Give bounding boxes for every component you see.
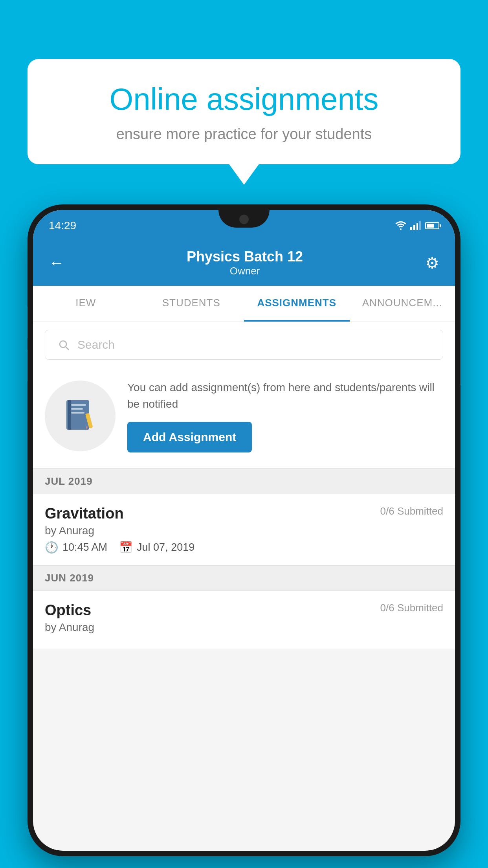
assignment-date: 📅 Jul 07, 2019 [119, 541, 194, 554]
status-icons [395, 221, 439, 230]
phone-frame: 14:29 [28, 204, 460, 856]
phone-screen: 14:29 [33, 210, 455, 851]
section-header-jun: JUN 2019 [33, 565, 455, 591]
search-bar-container: Search [33, 322, 455, 368]
tabs-bar: IEW STUDENTS ASSIGNMENTS ANNOUNCEM... [33, 286, 455, 322]
tab-iew[interactable]: IEW [33, 286, 139, 322]
svg-rect-4 [71, 412, 84, 414]
notebook-icon [62, 398, 98, 434]
wifi-icon [395, 221, 406, 230]
svg-rect-2 [71, 404, 86, 406]
status-time: 14:29 [49, 219, 76, 232]
assignment-item-gravitation[interactable]: Gravitation 0/6 Submitted by Anurag 🕐 10… [33, 494, 455, 565]
tab-assignments[interactable]: ASSIGNMENTS [244, 286, 350, 322]
assignment-item-optics[interactable]: Optics 0/6 Submitted by Anurag [33, 591, 455, 649]
notch-cutout [218, 210, 270, 228]
svg-rect-1 [68, 400, 71, 430]
assignment-name: Gravitation [45, 505, 124, 522]
side-button-power [460, 330, 460, 385]
assignment-submitted: 0/6 Submitted [380, 505, 443, 517]
search-placeholder: Search [77, 338, 115, 351]
assignment-time-text: 10:45 AM [62, 541, 107, 554]
calendar-icon: 📅 [119, 541, 133, 554]
app-header: ← Physics Batch 12 Owner ⚙ [33, 241, 455, 286]
promo-card: You can add assignment(s) from here and … [33, 368, 455, 469]
header-title: Physics Batch 12 [187, 248, 303, 265]
search-bar[interactable]: Search [45, 330, 443, 360]
add-assignment-button[interactable]: Add Assignment [127, 422, 252, 452]
side-button-vol-up [28, 307, 28, 338]
svg-rect-3 [71, 408, 83, 410]
search-icon [57, 338, 70, 351]
assignment-date-text: Jul 07, 2019 [137, 541, 194, 554]
assignment-time: 🕐 10:45 AM [45, 541, 107, 554]
battery-icon [425, 222, 439, 229]
assignment-by: by Anurag [45, 524, 443, 537]
promo-icon-circle [45, 381, 116, 451]
header-subtitle: Owner [187, 265, 303, 277]
assignment-by-optics: by Anurag [45, 621, 443, 634]
promo-description: You can add assignment(s) from here and … [127, 379, 443, 412]
side-button-vol-down [28, 350, 28, 381]
camera-icon [239, 215, 249, 224]
battery-fill [427, 224, 434, 228]
clock-icon: 🕐 [45, 541, 59, 554]
section-header-jul: JUL 2019 [33, 469, 455, 494]
speech-bubble-subtitle: ensure more practice for your students [55, 126, 433, 143]
settings-button[interactable]: ⚙ [425, 254, 439, 272]
speech-bubble: Online assignments ensure more practice … [28, 59, 460, 164]
back-button[interactable]: ← [49, 254, 64, 272]
assignment-submitted-optics: 0/6 Submitted [380, 602, 443, 614]
speech-bubble-container: Online assignments ensure more practice … [28, 59, 460, 164]
tab-students[interactable]: STUDENTS [139, 286, 244, 322]
speech-bubble-title: Online assignments [55, 83, 433, 116]
assignment-name-optics: Optics [45, 602, 91, 619]
assignment-top-row-optics: Optics 0/6 Submitted [45, 602, 443, 619]
status-bar: 14:29 [33, 210, 455, 241]
signal-icon [410, 221, 421, 230]
header-title-area: Physics Batch 12 Owner [187, 248, 303, 277]
assignment-top-row: Gravitation 0/6 Submitted [45, 505, 443, 522]
assignment-meta: 🕐 10:45 AM 📅 Jul 07, 2019 [45, 541, 443, 554]
tab-announcements[interactable]: ANNOUNCEM... [350, 286, 455, 322]
promo-content: You can add assignment(s) from here and … [127, 379, 443, 452]
